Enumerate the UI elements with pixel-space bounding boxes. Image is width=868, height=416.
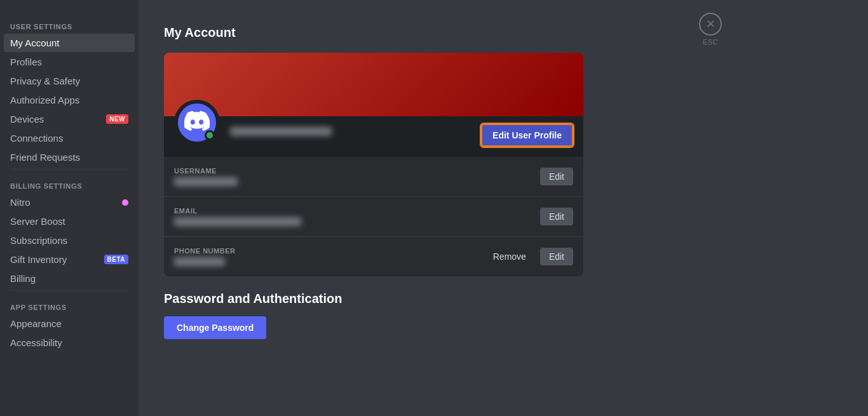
phone-remove-button[interactable]: Remove (484, 248, 535, 265)
sidebar-item-label: Devices (10, 114, 44, 124)
profile-banner (164, 53, 583, 116)
profile-info-row: Edit User Profile (164, 116, 583, 157)
sidebar-item-my-account[interactable]: My Account (4, 34, 135, 52)
username-edit-button[interactable]: Edit (540, 168, 573, 185)
username-field: USERNAME Edit (164, 157, 583, 197)
sidebar-item-billing[interactable]: Billing (4, 269, 135, 288)
sidebar-item-gift-inventory[interactable]: Gift Inventory BETA (4, 250, 135, 269)
sidebar-item-privacy-safety[interactable]: Privacy & Safety (4, 72, 135, 90)
sidebar-item-connections[interactable]: Connections (4, 129, 135, 147)
divider (10, 169, 128, 170)
email-actions: Edit (540, 208, 573, 225)
divider-2 (10, 290, 128, 291)
username-value (174, 177, 540, 186)
change-password-button[interactable]: Change Password (164, 316, 266, 339)
sidebar-item-label: Billing (10, 273, 36, 284)
avatar-status-indicator (205, 130, 215, 140)
sidebar-item-label: Server Boost (10, 216, 65, 227)
avatar (174, 100, 220, 145)
sidebar-item-label: Appearance (10, 318, 62, 329)
new-badge: new (106, 114, 128, 124)
billing-settings-label: BILLING SETTINGS (4, 172, 135, 192)
username-field-content: USERNAME (174, 167, 540, 186)
sidebar-item-label: Connections (10, 133, 63, 144)
sidebar-item-label: Subscriptions (10, 235, 67, 246)
app-settings-label: APP SETTINGS (4, 293, 135, 314)
sidebar-item-label: Gift Inventory (10, 254, 67, 265)
beta-badge: BETA (104, 255, 128, 264)
sidebar-item-accessibility[interactable]: Accessibility (4, 333, 135, 352)
phone-field: PHONE NUMBER Remove Edit (164, 237, 583, 276)
close-x-icon: ✕ (706, 17, 715, 31)
phone-value-blurred (174, 257, 225, 266)
sidebar-item-label: Nitro (10, 197, 31, 208)
email-field: EMAIL Edit (164, 197, 583, 237)
nitro-dot-icon (122, 199, 128, 206)
email-value (174, 217, 540, 226)
password-section-title: Password and Authentication (164, 292, 715, 306)
page-title: My Account (164, 25, 715, 40)
close-circle-button[interactable]: ✕ (699, 13, 722, 36)
main-content: ✕ ESC My Account Edit User Profile (139, 0, 741, 416)
sidebar-item-friend-requests[interactable]: Friend Requests (4, 148, 135, 166)
sidebar-item-devices[interactable]: Devices new (4, 110, 135, 128)
info-fields: USERNAME Edit EMAIL Edit (164, 157, 583, 276)
username-label: USERNAME (174, 167, 540, 175)
sidebar-item-label: My Account (10, 37, 60, 48)
username-blurred (230, 127, 332, 136)
username-display (230, 127, 471, 138)
sidebar-item-label: Accessibility (10, 337, 62, 348)
sidebar-item-label: Privacy & Safety (10, 76, 80, 86)
sidebar-item-profiles[interactable]: Profiles (4, 53, 135, 71)
esc-label: ESC (703, 38, 718, 46)
close-button-wrap[interactable]: ✕ ESC (699, 13, 722, 46)
email-value-blurred (174, 217, 301, 226)
sidebar-item-appearance[interactable]: Appearance (4, 314, 135, 333)
email-label: EMAIL (174, 207, 540, 215)
profile-card: Edit User Profile USERNAME Edit EMAIL (164, 53, 583, 276)
edit-user-profile-button[interactable]: Edit User Profile (481, 124, 573, 147)
sidebar-item-subscriptions[interactable]: Subscriptions (4, 231, 135, 250)
email-edit-button[interactable]: Edit (540, 208, 573, 225)
sidebar-item-label: Authorized Apps (10, 95, 79, 105)
sidebar: USER SETTINGS My Account Profiles Privac… (0, 0, 139, 416)
username-value-blurred (174, 177, 238, 186)
sidebar-item-nitro[interactable]: Nitro (4, 193, 135, 211)
right-panel (741, 0, 868, 416)
phone-actions: Remove Edit (484, 248, 573, 265)
sidebar-item-authorized-apps[interactable]: Authorized Apps (4, 91, 135, 109)
sidebar-item-label: Profiles (10, 57, 42, 67)
sidebar-item-server-boost[interactable]: Server Boost (4, 212, 135, 231)
phone-edit-button[interactable]: Edit (540, 248, 573, 265)
email-field-content: EMAIL (174, 207, 540, 226)
sidebar-item-label: Friend Requests (10, 152, 80, 163)
user-settings-label: USER SETTINGS (4, 13, 135, 33)
phone-label: PHONE NUMBER (174, 247, 484, 255)
phone-field-content: PHONE NUMBER (174, 247, 484, 266)
phone-value (174, 257, 484, 266)
username-actions: Edit (540, 168, 573, 185)
